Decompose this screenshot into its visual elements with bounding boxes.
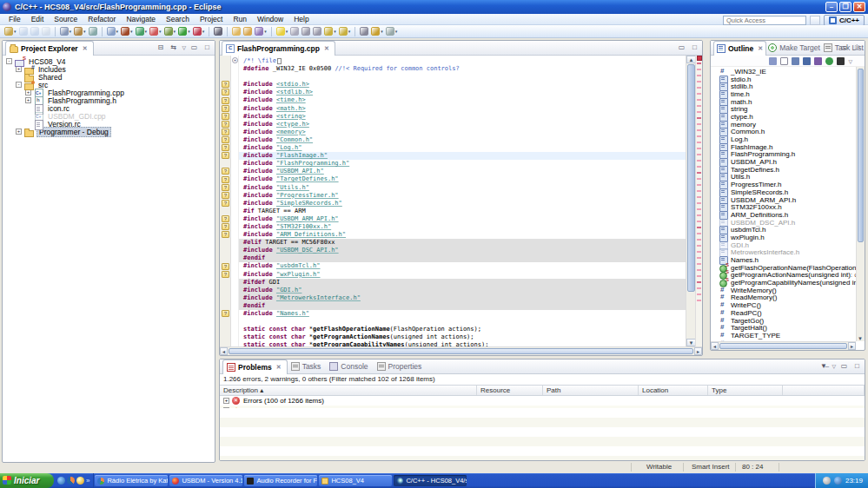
overview-problem-mark[interactable] [697, 184, 701, 186]
collapse-all-icon[interactable]: ⊟ [156, 43, 165, 52]
open-perspective-button[interactable] [810, 16, 820, 25]
include-annotation-icon[interactable]: ? [222, 168, 229, 175]
tree-item-includes[interactable]: +Includes [3, 65, 215, 73]
maximize-view-icon[interactable]: □ [202, 43, 212, 52]
minimize-view-icon[interactable]: ▭ [839, 361, 849, 371]
collapse-icon[interactable]: - [16, 82, 22, 88]
tab-console[interactable]: Console [326, 360, 373, 373]
overview-ruler[interactable] [695, 56, 702, 346]
overview-problem-mark[interactable] [697, 99, 701, 101]
include-annotation-icon[interactable]: ? [222, 310, 229, 317]
problems-table-header[interactable]: Description ▴ResourcePathLocationType [220, 385, 865, 396]
overview-problem-mark[interactable] [697, 117, 701, 119]
overview-problem-mark[interactable] [697, 69, 701, 70]
outline-item-targethalt-[interactable]: TargetHalt() [711, 324, 856, 332]
view-menu-icon[interactable]: ▽ [848, 58, 852, 64]
taskbar-button-r-dio-el-trica-by-kati-[interactable]: Rádio Elétrica by Kati... [95, 475, 168, 486]
print-icon[interactable] [41, 26, 51, 37]
overview-problem-mark[interactable] [697, 166, 701, 168]
taskbar-button-hcs08-v4[interactable]: HCS08_V4 [319, 475, 392, 486]
folded-region-box[interactable] [277, 58, 282, 64]
overview-problem-mark[interactable] [697, 281, 701, 283]
quick-access-input[interactable] [723, 16, 806, 25]
overview-error-indicator[interactable] [697, 56, 702, 61]
code-editor[interactable]: /*! \file#define _WIN32_IE 0x0500 //!< R… [239, 56, 686, 346]
overview-problem-mark[interactable] [697, 227, 701, 228]
view-menu-icon[interactable]: ▽ [832, 363, 836, 369]
close-icon[interactable]: ✕ [324, 45, 329, 52]
outline-item-stdlib-h[interactable]: stdlib.h [711, 82, 856, 90]
collapse-all-icon[interactable] [780, 57, 788, 65]
overview-problem-mark[interactable] [697, 251, 701, 253]
include-annotation-icon[interactable]: ? [222, 192, 229, 199]
build-all-icon[interactable]: ▾ [59, 26, 73, 37]
tree-item-shared[interactable]: Shared [3, 73, 215, 81]
overview-problem-mark[interactable] [697, 300, 701, 301]
new-icon[interactable]: ▾ [3, 26, 17, 37]
include-annotation-icon[interactable]: ? [222, 152, 229, 159]
outline-item-progresstimer-h[interactable]: ProgressTimer.h [711, 181, 856, 188]
scroll-left-icon[interactable]: ◂ [711, 342, 719, 350]
outline-item-stm32f100xx-h[interactable]: STM32F100xx.h [711, 203, 856, 211]
outline-item-wxplugin-h[interactable]: wxPlugin.h [711, 234, 856, 241]
taskbar-button-usbdm-version-4-10-[interactable]: USBDM - Version 4.10... [169, 475, 242, 486]
overview-problem-mark[interactable] [697, 111, 701, 113]
outline-item-getflashoperationname-flashoperation-[interactable]: getFlashOperationName(FlashOperation) : … [711, 264, 856, 272]
include-annotation-icon[interactable]: ? [222, 231, 229, 238]
hide-inactive-icon[interactable] [825, 57, 833, 65]
hide-static-members-icon[interactable] [803, 57, 811, 65]
include-annotation-icon[interactable]: ? [222, 81, 229, 88]
connect-icon[interactable] [213, 26, 223, 37]
close-icon[interactable]: ✕ [83, 45, 88, 52]
outline-item-usbdm-api-h[interactable]: USBDM_API.h [711, 158, 856, 166]
include-annotation-icon[interactable]: ? [222, 129, 229, 135]
view-menu-icon[interactable]: ▽ [182, 44, 186, 50]
overview-problem-mark[interactable] [697, 233, 701, 234]
close-icon[interactable]: ✕ [276, 364, 282, 371]
outline-item-stdio-h[interactable]: stdio.h [711, 76, 856, 83]
overview-problem-mark[interactable] [697, 142, 701, 143]
column-description[interactable]: Description ▴ [220, 386, 477, 395]
expand-icon[interactable]: + [16, 129, 22, 135]
menu-project[interactable]: Project [195, 14, 228, 24]
menu-search[interactable]: Search [161, 14, 195, 24]
outline-item-arm-definitions-h[interactable]: ARM_Definitions.h [711, 211, 856, 219]
overview-problem-mark[interactable] [697, 105, 701, 107]
debug-icon[interactable]: ▾ [163, 26, 177, 37]
hide-non-public-icon[interactable] [814, 57, 822, 65]
menu-navigate[interactable]: Navigate [121, 14, 161, 24]
outline-item-names-h[interactable]: Names.h [711, 256, 856, 264]
filter-icon[interactable]: ▼̶ [818, 361, 828, 371]
include-annotation-icon[interactable]: ? [222, 136, 229, 143]
outline-item-getprogramcapabilitynames-unsigned-int-[interactable]: getProgramCapabilityNames(unsigned int) … [711, 279, 856, 287]
tray-volume-icon[interactable] [823, 477, 831, 485]
restore-button[interactable]: ❐ [839, 2, 851, 12]
quick-launch-overflow-icon[interactable]: » [86, 477, 89, 485]
overview-problem-mark[interactable] [697, 221, 701, 222]
profile-icon[interactable]: ▾ [135, 26, 149, 37]
outline-item-usbdm-dsc-api-h[interactable]: USBDM_DSC_API.h [711, 219, 856, 227]
mark-occurrences-icon[interactable]: ▾ [275, 26, 289, 37]
overview-problem-mark[interactable] [697, 239, 701, 241]
expand-icon[interactable]: + [25, 89, 31, 96]
forward-icon[interactable]: ▾ [385, 26, 399, 37]
maximize-view-icon[interactable]: □ [690, 43, 699, 52]
overview-problem-mark[interactable] [697, 196, 701, 198]
show-whitespace-icon[interactable] [289, 26, 300, 37]
include-annotation-icon[interactable]: ? [222, 97, 229, 104]
include-annotation-icon[interactable]: ? [222, 176, 229, 183]
expand-icon[interactable]: + [25, 97, 31, 103]
next-annotation-icon[interactable]: ▾ [323, 26, 337, 37]
quick-launch-firefox-icon[interactable] [67, 477, 75, 485]
overview-problem-mark[interactable] [697, 123, 701, 125]
outline-item-writememory-[interactable]: WriteMemory() [711, 287, 856, 294]
include-annotation-icon[interactable]: ? [222, 271, 229, 278]
open-resource-icon[interactable] [242, 26, 253, 37]
search-icon[interactable]: ▾ [254, 26, 268, 37]
column-resource[interactable]: Resource [477, 386, 543, 395]
scroll-right-icon[interactable]: ▸ [694, 347, 702, 355]
include-annotation-icon[interactable]: ? [222, 105, 229, 112]
outline-item-string[interactable]: string [711, 105, 856, 113]
tray-network-icon[interactable] [834, 477, 842, 485]
overview-problem-mark[interactable] [697, 81, 701, 82]
